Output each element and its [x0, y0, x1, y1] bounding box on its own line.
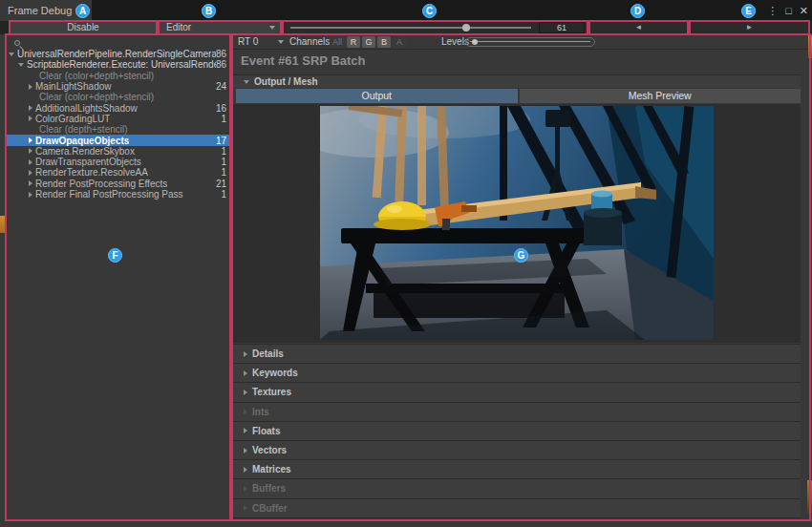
section-cbuffer: CBuffer: [232, 499, 801, 518]
window-menu-icon[interactable]: ⋮: [767, 5, 778, 17]
editor-dropdown[interactable]: Editor: [159, 21, 281, 34]
channel-b-button[interactable]: B: [377, 36, 391, 48]
section-floats[interactable]: Floats: [232, 422, 801, 441]
chevron-down-icon: [278, 40, 284, 44]
channel-button-group: All R G B A: [330, 36, 406, 48]
preview-tabs: Output Mesh Preview: [236, 89, 801, 103]
foldout-closed-icon[interactable]: [244, 428, 247, 433]
render-preview-area: [232, 104, 801, 343]
tree-row[interactable]: MainLightShadow 24: [6, 81, 230, 92]
event-tree: UniversalRenderPipeline.RenderSingleCame…: [6, 49, 230, 200]
detail-sections: Details Keywords Textures Ints Floats Ve…: [232, 344, 801, 518]
channel-all-button[interactable]: All: [330, 36, 345, 48]
section-textures[interactable]: Textures: [232, 383, 801, 402]
rt-dropdown-label: RT 0: [238, 36, 258, 47]
previous-frame-button[interactable]: ◄: [588, 21, 689, 34]
callout-badge-b: B: [202, 4, 216, 18]
next-arrow-icon: ►: [746, 23, 754, 32]
background-scene-fragment: [807, 480, 812, 513]
foldout-closed-icon[interactable]: [29, 192, 32, 198]
frame-debug-window: Frame Debug ⋮ □ ✕ Disable Editor 61 ◄ ►: [0, 0, 812, 527]
callout-badge-d: D: [630, 4, 645, 18]
background-scene-fragment: [0, 216, 5, 233]
channels-label: Channels: [289, 36, 330, 47]
tree-row[interactable]: Clear (color+depth+stencil): [6, 71, 230, 81]
tree-row[interactable]: DrawTransparentObjects 1: [6, 157, 230, 167]
search-icon[interactable]: [14, 40, 20, 46]
prev-arrow-icon: ◄: [635, 23, 643, 32]
foldout-open-icon[interactable]: [244, 80, 249, 84]
titlebar: Frame Debug ⋮ □ ✕: [0, 0, 812, 21]
tree-row[interactable]: UniversalRenderPipeline.RenderSingleCame…: [6, 49, 230, 59]
section-buffers: Buffers: [232, 479, 801, 498]
next-frame-button[interactable]: ►: [689, 21, 810, 34]
foldout-closed-icon[interactable]: [29, 180, 32, 186]
chevron-down-icon: [269, 26, 275, 30]
background-scene-fragment: [808, 35, 812, 58]
foldout-closed-icon: [244, 505, 247, 511]
tab-mesh-preview[interactable]: Mesh Preview: [520, 89, 801, 103]
frame-slider[interactable]: 61: [283, 21, 588, 34]
event-details-panel: RT 0 Channels All R G B A Levels Event #…: [232, 34, 810, 520]
foldout-open-icon[interactable]: [18, 63, 24, 67]
foldout-closed-icon[interactable]: [244, 448, 247, 453]
callout-badge-f: F: [108, 248, 122, 263]
output-mesh-foldout[interactable]: Output / Mesh: [232, 74, 801, 88]
disable-button[interactable]: Disable: [10, 21, 157, 34]
render-preview-image: [320, 106, 714, 340]
foldout-closed-icon[interactable]: [29, 170, 32, 176]
levels-slider[interactable]: [465, 37, 595, 47]
frame-debug-toolbar: Disable Editor 61 ◄ ►: [0, 21, 812, 34]
foldout-closed-icon[interactable]: [29, 84, 32, 90]
callout-badge-a: A: [75, 4, 90, 18]
foldout-closed-icon: [244, 486, 247, 492]
frame-slider-handle[interactable]: [462, 24, 470, 32]
channel-a-button[interactable]: A: [393, 36, 406, 48]
tree-row[interactable]: ScriptableRenderer.Execute: UniversalRen…: [6, 59, 230, 70]
foldout-closed-icon[interactable]: [29, 148, 32, 154]
foldout-closed-icon: [244, 409, 247, 414]
foldout-closed-icon[interactable]: [29, 137, 32, 143]
tree-row[interactable]: Camera.RenderSkybox 1: [6, 146, 230, 157]
foldout-closed-icon[interactable]: [244, 370, 247, 376]
callout-badge-c: C: [422, 4, 437, 18]
foldout-closed-icon[interactable]: [244, 351, 247, 357]
foldout-closed-icon[interactable]: [244, 390, 247, 395]
tree-row[interactable]: AdditionalLightsShadow 16: [6, 102, 230, 113]
window-maximize-icon[interactable]: □: [785, 5, 792, 16]
foldout-closed-icon[interactable]: [29, 116, 32, 121]
event-header: Event #61 SRP Batch: [241, 53, 366, 68]
editor-dropdown-label: Editor: [166, 22, 191, 32]
tab-output[interactable]: Output: [236, 89, 518, 103]
channel-r-button[interactable]: R: [347, 36, 360, 48]
rt-dropdown[interactable]: RT 0: [238, 36, 284, 47]
section-matrices[interactable]: Matrices: [232, 460, 801, 479]
callout-badge-e: E: [741, 4, 756, 18]
tree-row[interactable]: Render PostProcessing Effects 21: [6, 179, 230, 189]
foldout-closed-icon[interactable]: [29, 105, 32, 111]
foldout-closed-icon[interactable]: [244, 467, 247, 473]
section-ints: Ints: [232, 403, 801, 422]
frame-slider-track[interactable]: [290, 27, 531, 29]
section-vectors[interactable]: Vectors: [232, 441, 801, 460]
render-target-toolbar: RT 0 Channels All R G B A Levels: [232, 34, 810, 50]
frame-number-field[interactable]: 61: [539, 22, 585, 33]
tree-row[interactable]: Clear (depth+stencil): [6, 124, 230, 135]
channel-g-button[interactable]: G: [362, 36, 375, 48]
tree-row[interactable]: ColorGradingLUT 1: [6, 114, 230, 124]
levels-slider-handle[interactable]: [472, 39, 478, 45]
tree-row[interactable]: Clear (color+depth+stencil): [6, 92, 230, 102]
callout-badge-g: G: [514, 248, 528, 263]
window-close-icon[interactable]: ✕: [800, 5, 808, 17]
foldout-closed-icon[interactable]: [29, 159, 32, 165]
section-details[interactable]: Details: [232, 345, 801, 364]
tree-row-selected[interactable]: DrawOpaqueObjects 17: [6, 135, 230, 145]
tree-row[interactable]: Render Final PostProcessing Pass 1: [6, 189, 230, 200]
section-keywords[interactable]: Keywords: [232, 364, 801, 383]
tree-row[interactable]: RenderTexture.ResolveAA 1: [6, 167, 230, 178]
foldout-open-icon[interactable]: [9, 53, 14, 56]
event-tree-panel: UniversalRenderPipeline.RenderSingleCame…: [6, 34, 230, 520]
